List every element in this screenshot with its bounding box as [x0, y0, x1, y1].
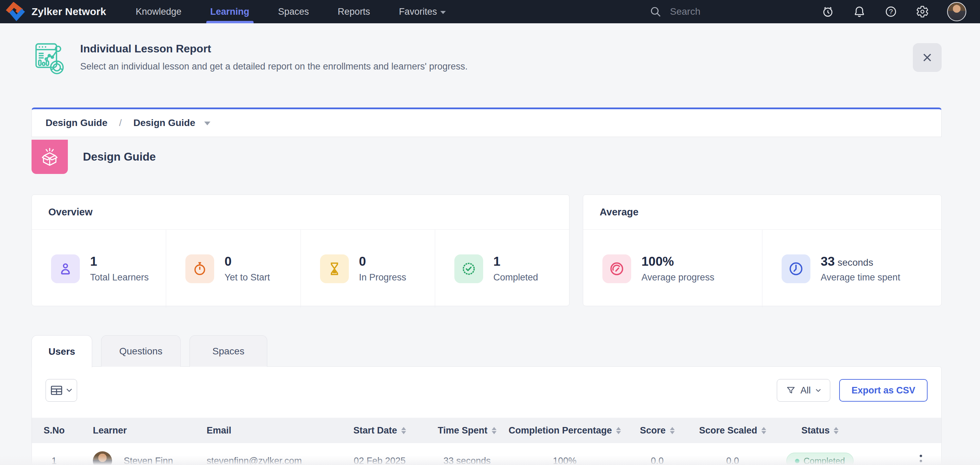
cell-actions	[868, 453, 941, 465]
nav-item-spaces[interactable]: Spaces	[278, 0, 309, 23]
learner-avatar	[93, 451, 112, 465]
stat-total-learners: 1 Total Learners	[32, 230, 166, 308]
export-csv-button[interactable]: Export as CSV	[839, 379, 928, 402]
breadcrumb-parent[interactable]: Design Guide	[46, 117, 107, 129]
column-header-completion-percentage[interactable]: Completion Percentage	[508, 425, 621, 436]
stat-average-progress: 100% Average progress	[583, 230, 762, 308]
lesson-package-icon	[32, 140, 68, 174]
table-header-row: S.No Learner Email Start Date Time Spent…	[32, 418, 941, 443]
table-row[interactable]: 1 Steven Finn stevenfinn@zylker.com 02 F…	[32, 443, 941, 465]
stat-value: 0	[359, 254, 406, 269]
nav-item-reports[interactable]: Reports	[338, 0, 371, 23]
overview-stats: 1 Total Learners 0 Yet to Start	[32, 230, 569, 308]
top-navbar: Zylker Network Knowledge Learning Spaces…	[0, 0, 980, 23]
user-avatar[interactable]	[947, 2, 966, 21]
stat-in-progress: 0 In Progress	[301, 230, 435, 308]
sort-icon[interactable]	[670, 427, 675, 434]
nav-item-learning[interactable]: Learning	[210, 0, 250, 23]
stat-value: 100%	[641, 254, 714, 269]
cell-score: 0.0	[621, 456, 693, 465]
breadcrumb-separator: /	[119, 117, 122, 129]
lesson-report-icon	[32, 38, 68, 77]
stat-value: 0	[224, 254, 270, 269]
breadcrumb: Design Guide / Design Guide	[32, 108, 942, 137]
close-report-button[interactable]	[913, 43, 942, 72]
report-header-text: Individual Lesson Report Select an indiv…	[80, 38, 468, 72]
column-header-time-spent[interactable]: Time Spent	[426, 425, 508, 436]
table-columns-icon	[50, 385, 63, 395]
status-badge: Completed	[786, 453, 854, 465]
cell-start-date: 02 Feb 2025	[333, 456, 426, 465]
lesson-title-row: Design Guide	[32, 140, 942, 174]
status-dot-icon	[795, 459, 799, 463]
stat-value: 1	[493, 254, 538, 269]
tab-spaces[interactable]: Spaces	[189, 335, 267, 367]
cell-sno: 1	[32, 456, 76, 465]
reminders-icon[interactable]	[821, 5, 835, 19]
cell-status: Completed	[772, 453, 868, 465]
sort-icon[interactable]	[401, 427, 406, 434]
funnel-icon	[786, 386, 795, 395]
main-content: Design Guide / Design Guide Design Guide…	[32, 108, 942, 465]
column-header-score-scaled[interactable]: Score Scaled	[693, 425, 772, 436]
stat-value: 1	[90, 254, 149, 269]
notifications-bell-icon[interactable]	[853, 5, 866, 19]
page-title: Individual Lesson Report	[80, 43, 468, 55]
sort-icon[interactable]	[492, 427, 496, 434]
search-placeholder: Search	[670, 6, 700, 17]
filter-button[interactable]: All	[777, 379, 830, 402]
stat-value: 33seconds	[821, 254, 900, 269]
svg-text:?: ?	[889, 8, 892, 16]
column-header-status[interactable]: Status	[772, 425, 868, 436]
nav-item-knowledge[interactable]: Knowledge	[136, 0, 181, 23]
brand[interactable]: Zylker Network	[5, 2, 106, 21]
stat-label: Average time spent	[821, 272, 900, 283]
users-panel: All Export as CSV S.No Learner Email Sta…	[32, 367, 942, 465]
settings-gear-icon[interactable]	[916, 5, 929, 19]
global-search[interactable]: Search	[649, 5, 700, 19]
nav-item-favorites[interactable]: Favorites	[399, 0, 446, 23]
overview-card: Overview 1 Total Learners	[32, 195, 570, 306]
overview-card-title: Overview	[32, 195, 569, 229]
help-icon[interactable]: ?	[884, 5, 898, 19]
column-header-start-date[interactable]: Start Date	[333, 425, 426, 436]
person-icon	[51, 254, 80, 283]
hourglass-icon	[320, 254, 349, 283]
toolbar-right: All Export as CSV	[777, 379, 928, 402]
clock-icon	[781, 254, 810, 283]
average-card-title: Average	[583, 195, 941, 229]
chevron-down-icon	[816, 389, 821, 392]
column-header-sno: S.No	[32, 425, 76, 436]
sort-icon[interactable]	[616, 427, 621, 434]
breadcrumb-current[interactable]: Design Guide	[133, 117, 210, 129]
filter-label: All	[800, 385, 811, 396]
stat-label: Yet to Start	[224, 272, 270, 283]
cell-time-spent: 33 seconds	[426, 456, 508, 465]
cell-completion-percentage: 100%	[508, 456, 621, 465]
stat-completed: 1 Completed	[435, 230, 569, 308]
stat-label: Total Learners	[90, 272, 149, 283]
tab-users[interactable]: Users	[32, 335, 92, 367]
stat-yet-to-start: 0 Yet to Start	[166, 230, 301, 308]
stat-value-suffix: seconds	[837, 257, 873, 268]
close-icon	[921, 52, 933, 63]
column-picker-button[interactable]	[46, 379, 77, 402]
users-table: S.No Learner Email Start Date Time Spent…	[32, 418, 941, 465]
badge-check-icon	[454, 254, 483, 283]
tab-questions[interactable]: Questions	[101, 335, 181, 367]
learner-name: Steven Finn	[124, 456, 173, 465]
row-menu-kebab-icon[interactable]	[918, 453, 924, 465]
sort-icon[interactable]	[761, 427, 766, 434]
average-stats: 100% Average progress 33seconds Average …	[583, 230, 941, 308]
page-subtitle: Select an individual lesson and get a de…	[80, 61, 468, 72]
column-header-score[interactable]: Score	[621, 425, 693, 436]
chevron-down-icon	[66, 388, 72, 392]
cell-learner: Steven Finn	[76, 451, 186, 465]
report-tabs: Users Questions Spaces	[32, 335, 942, 367]
column-header-learner: Learner	[76, 425, 186, 436]
primary-nav: Knowledge Learning Spaces Reports Favori…	[136, 0, 446, 23]
chevron-down-icon	[440, 11, 446, 14]
search-icon	[649, 5, 662, 19]
sort-icon[interactable]	[834, 427, 838, 434]
stopwatch-icon	[185, 254, 214, 283]
